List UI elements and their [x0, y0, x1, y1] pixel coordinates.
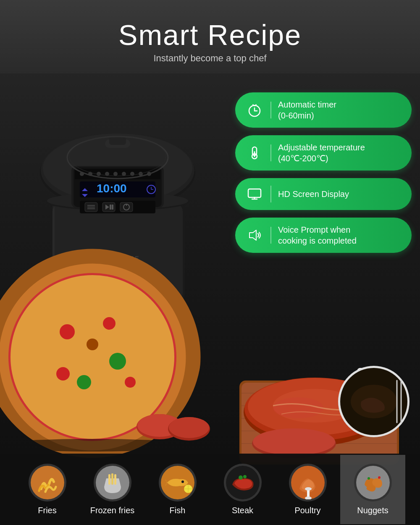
- svg-text:10:00: 10:00: [97, 182, 127, 195]
- frozen-fries-label: Frozen fries: [90, 506, 135, 515]
- feature-timer: Automatic timer(0-60min): [235, 92, 412, 128]
- fish-circle: [159, 464, 197, 501]
- svg-point-71: [109, 353, 126, 370]
- svg-point-104: [31, 466, 64, 499]
- fries-label: Fries: [38, 506, 56, 515]
- svg-rect-50: [109, 136, 126, 145]
- divider: [270, 144, 271, 161]
- thermometer-icon: [245, 144, 264, 162]
- category-steak[interactable]: Steak: [210, 455, 275, 524]
- svg-point-70: [103, 317, 116, 330]
- svg-point-19: [113, 172, 118, 176]
- svg-point-74: [77, 375, 91, 389]
- svg-rect-39: [112, 205, 113, 210]
- feature-voice-text: Voice Prompt whencooking is completed: [278, 224, 357, 246]
- svg-point-116: [243, 475, 247, 478]
- feature-voice: Voice Prompt whencooking is completed: [235, 218, 412, 253]
- svg-point-103: [169, 417, 209, 438]
- sliced-meat: [134, 402, 218, 454]
- feature-screen: HD Screen Display: [235, 178, 412, 210]
- svg-point-122: [368, 477, 370, 480]
- svg-point-120: [305, 487, 312, 491]
- sliced-meat-svg: [134, 402, 218, 452]
- svg-point-123: [378, 476, 381, 479]
- fish-label: Fish: [170, 506, 186, 515]
- poultry-label: Poultry: [294, 506, 320, 515]
- nuggets-label: Nuggets: [357, 506, 388, 515]
- category-poultry[interactable]: Poultry: [275, 455, 340, 524]
- fries-circle: [29, 464, 66, 501]
- feature-timer-text: Automatic timer(0-60min): [278, 99, 336, 121]
- svg-rect-38: [110, 205, 111, 210]
- svg-rect-61: [248, 189, 261, 197]
- speaker-icon: [245, 226, 264, 244]
- svg-point-110: [181, 480, 184, 483]
- clock-icon: [245, 101, 264, 119]
- frozen-fries-circle: [94, 464, 131, 501]
- category-fish[interactable]: Fish: [145, 455, 210, 524]
- steak-label: Steak: [232, 506, 253, 515]
- monitor-icon: [245, 185, 264, 203]
- page-title: Smart Recipe: [118, 18, 302, 51]
- svg-point-20: [122, 172, 126, 176]
- svg-point-69: [60, 324, 75, 339]
- svg-point-75: [125, 377, 136, 388]
- categories-bar: Fries Frozen fries: [0, 454, 420, 525]
- nuggets-circle: [354, 464, 392, 501]
- divider: [270, 186, 271, 202]
- category-frozen-fries[interactable]: Frozen fries: [80, 455, 145, 524]
- svg-point-88: [273, 397, 323, 418]
- feature-screen-text: HD Screen Display: [278, 189, 349, 200]
- poultry-circle: [289, 464, 327, 501]
- svg-rect-60: [254, 151, 255, 157]
- svg-point-90: [253, 428, 335, 455]
- plate-svg: [336, 364, 412, 439]
- divider: [270, 102, 271, 118]
- divider: [270, 227, 271, 244]
- category-fries[interactable]: Fries: [15, 455, 80, 524]
- svg-rect-108: [114, 474, 116, 485]
- features-panel: Automatic timer(0-60min) Adjustable temp…: [235, 92, 412, 253]
- svg-rect-106: [108, 474, 110, 485]
- svg-point-115: [239, 475, 243, 480]
- dark-plate: [336, 364, 412, 441]
- svg-marker-64: [249, 230, 256, 240]
- svg-point-17: [97, 172, 101, 176]
- feature-temperature-text: Adjustable temperature(40℃-200℃): [278, 142, 365, 164]
- category-nuggets[interactable]: Nuggets: [340, 455, 405, 524]
- svg-rect-107: [111, 473, 113, 485]
- feature-temperature: Adjustable temperature(40℃-200℃): [235, 135, 412, 171]
- svg-point-72: [56, 367, 70, 381]
- steak-circle: [224, 464, 262, 501]
- svg-point-73: [87, 339, 98, 350]
